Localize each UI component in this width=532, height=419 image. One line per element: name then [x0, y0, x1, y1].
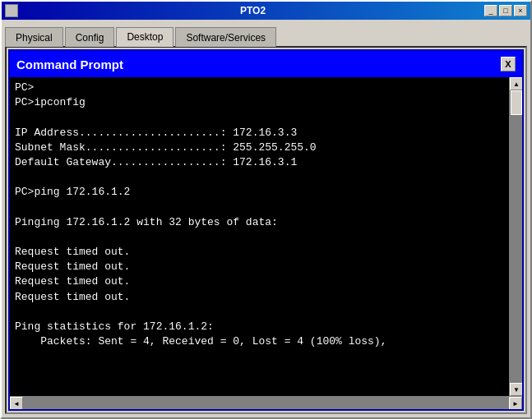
vertical-scrollbar: ▲ ▼ — [509, 77, 522, 396]
scroll-right-button[interactable]: ► — [509, 397, 522, 410]
tab-config[interactable]: Config — [65, 27, 115, 47]
horizontal-scrollbar: ◄ ► — [10, 396, 522, 409]
maximize-button[interactable]: □ — [499, 5, 512, 16]
cmd-title-bar: Command Prompt X — [10, 51, 522, 77]
tab-software[interactable]: Software/Services — [175, 27, 276, 47]
scroll-up-button[interactable]: ▲ — [510, 77, 522, 90]
window-title: PTO2 — [21, 5, 484, 16]
command-prompt-window: Command Prompt X PC> PC>ipconfig IP Addr… — [8, 49, 524, 411]
cmd-output[interactable]: PC> PC>ipconfig IP Address..............… — [10, 77, 509, 396]
minimize-button[interactable]: _ — [484, 5, 497, 16]
window-controls: _ □ × — [484, 5, 527, 16]
close-button[interactable]: × — [514, 5, 527, 16]
scrollbar-track[interactable] — [510, 90, 522, 383]
window-icon — [5, 4, 18, 17]
scrollbar-thumb[interactable] — [511, 90, 522, 115]
scroll-left-button[interactable]: ◄ — [10, 397, 23, 410]
title-bar: PTO2 _ □ × — [2, 2, 530, 20]
tab-physical[interactable]: Physical — [5, 27, 63, 47]
tabs-bar: Physical Config Desktop Software/Service… — [2, 20, 530, 46]
cmd-body-wrapper: PC> PC>ipconfig IP Address..............… — [10, 77, 522, 396]
main-window: PTO2 _ □ × Physical Config Desktop Softw… — [0, 0, 532, 419]
scroll-down-button[interactable]: ▼ — [510, 383, 522, 396]
tab-desktop[interactable]: Desktop — [116, 27, 173, 47]
cmd-close-button[interactable]: X — [501, 57, 516, 71]
cmd-title: Command Prompt — [16, 58, 123, 71]
h-scrollbar-track[interactable] — [23, 397, 509, 409]
content-area: Command Prompt X PC> PC>ipconfig IP Addr… — [5, 46, 527, 414]
